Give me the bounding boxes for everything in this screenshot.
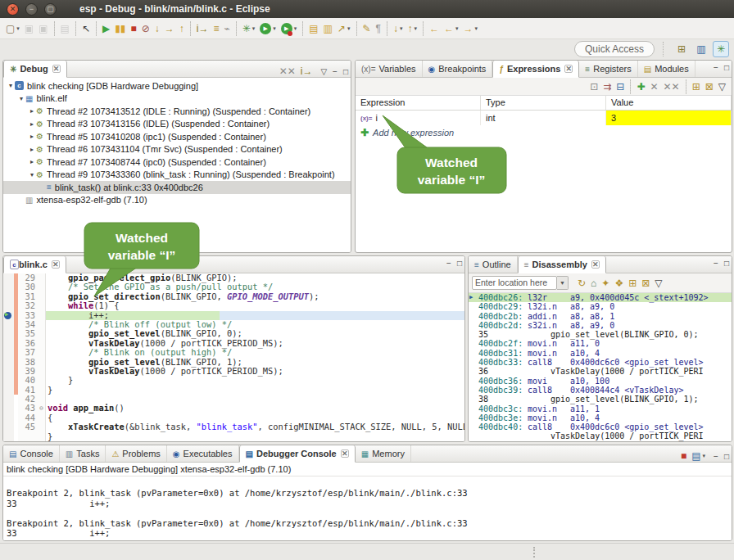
dropdown-arrow-icon[interactable]: ▾ — [347, 25, 351, 32]
next-annotation-button[interactable]: ↓▾ — [392, 20, 405, 37]
show-whitespace-button[interactable]: ¶ — [374, 20, 383, 37]
use-step-filters-button[interactable]: ⌁ — [222, 20, 231, 37]
back-button[interactable]: ←▾ — [442, 20, 460, 37]
open-perspective-button[interactable]: ⊞ — [673, 41, 690, 57]
minimize-view-button[interactable]: − — [714, 259, 718, 268]
tab-close-icon[interactable]: ✕ — [564, 65, 573, 73]
terminate-button[interactable]: ■ — [129, 20, 138, 37]
tab-disassembly[interactable]: ≡Disassembly✕ — [518, 256, 606, 273]
tab-variables[interactable]: (x)=Variables — [356, 61, 423, 77]
window-maximize-button[interactable]: ▢ — [44, 3, 57, 16]
debug-tree-node[interactable]: ▸⚙Thread #3 1073413156 (IDLE) (Suspended… — [3, 118, 351, 131]
dropdown-arrow-icon[interactable]: ▾ — [252, 25, 256, 32]
tree-expander-icon[interactable]: ▾ — [17, 95, 25, 102]
tree-expander-icon[interactable]: ▸ — [28, 107, 36, 115]
debug-tree-node[interactable]: ▸⚙Thread #5 1073410208 (ipc1) (Suspended… — [3, 130, 351, 143]
tab-problems[interactable]: ⚠Problems — [106, 445, 166, 462]
code-text[interactable]: vTaskDelay(1000 / portTICK_PERIOD_MS); — [46, 367, 464, 376]
code-text[interactable]: } — [46, 386, 464, 395]
annotation-ruler[interactable] — [3, 367, 14, 376]
previous-annotation-button[interactable]: ↑▾ — [406, 20, 419, 37]
dropdown-arrow-icon[interactable]: ▾ — [415, 25, 418, 32]
skip-all-breakpoints-button[interactable]: ↖ — [80, 20, 92, 37]
dropdown-arrow-icon[interactable]: ▾ — [273, 25, 276, 32]
tab-close-icon[interactable]: ✕ — [341, 449, 349, 458]
tree-expander-icon[interactable]: ▸ — [28, 133, 36, 140]
code-line[interactable]: 40 } — [3, 376, 464, 385]
disassembly-instruction-line[interactable]: 400dbc39:call80x400844c4 <vTaskDelay> — [469, 386, 732, 395]
disassembly-listing[interactable]: ▶400dbc26:l32ra9, 0x400d045c <_stext+109… — [469, 293, 732, 441]
remove-expression-button[interactable]: ✕ — [648, 79, 659, 95]
tab-breakpoints[interactable]: ◉Breakpoints — [423, 61, 493, 77]
annotation-ruler[interactable] — [3, 348, 14, 357]
profile-button[interactable]: ▶▾ — [279, 20, 299, 37]
code-editor[interactable]: 29 gpio_pad_select_gpio(BLINK_GPIO);30 /… — [3, 273, 464, 441]
maximize-view-button[interactable]: □ — [724, 259, 729, 268]
suspend-button[interactable]: ▮▮ — [113, 20, 127, 37]
expression-value-cell[interactable]: 3 — [606, 111, 732, 125]
code-line[interactable]: 43⊖void app_main() — [3, 404, 464, 413]
disassembly-instruction-line[interactable]: 400dbc2b:addi.na8, a8, 1 — [469, 312, 732, 321]
debug-tree-node[interactable]: ▸⚙Thread #2 1073413512 (IDLE : Running) … — [3, 105, 351, 118]
new-expressions-view-button[interactable]: ⊞ — [691, 79, 702, 95]
debug-tree-node[interactable]: ▾▦blink.elf — [3, 93, 351, 106]
open-new-view-button[interactable]: ⊠ — [704, 79, 715, 95]
maximize-view-button[interactable]: □ — [457, 259, 462, 268]
disassembly-instruction-line[interactable]: 400dbc33:call80x400dc6c0 <gpio_set_level… — [469, 358, 732, 367]
view-menu-button[interactable]: ▽ — [320, 67, 327, 76]
forward-button[interactable]: →▾ — [462, 20, 480, 37]
save-all-button[interactable]: ▣ — [37, 20, 49, 37]
resume-button[interactable]: ▶ — [101, 20, 111, 37]
last-edit-location-button[interactable]: ← — [428, 20, 441, 37]
remove-all-terminated-button[interactable]: ✕✕ — [278, 63, 297, 79]
annotation-ruler[interactable] — [3, 292, 14, 301]
annotation-ruler[interactable] — [3, 273, 14, 282]
annotation-ruler[interactable] — [3, 386, 14, 395]
line-number[interactable]: 37 — [18, 348, 38, 357]
location-input[interactable]: Enter location here — [472, 276, 557, 290]
minimize-view-button[interactable]: − — [446, 259, 451, 268]
mark-occurrences-button[interactable]: ✎ — [361, 20, 373, 37]
tab-close-icon[interactable]: ✕ — [52, 65, 61, 73]
tab-memory[interactable]: ▦Memory — [356, 445, 411, 462]
disassembly-instruction-line[interactable]: 400dbc3e:movi.na10, 4 — [469, 413, 732, 422]
minimize-view-button[interactable]: − — [714, 63, 718, 72]
annotation-ruler[interactable] — [3, 404, 14, 413]
dropdown-arrow-icon[interactable]: ▾ — [294, 25, 297, 32]
annotation-ruler[interactable] — [3, 329, 14, 338]
tree-expander-icon[interactable]: ▸ — [28, 120, 36, 128]
tree-expander-icon[interactable]: ▸ — [28, 158, 36, 165]
dropdown-arrow-icon[interactable]: ▾ — [703, 453, 706, 459]
run-button[interactable]: ▶▾ — [258, 20, 278, 37]
code-text[interactable]: xTaskCreate(&blink_task, "blink_task", c… — [46, 422, 464, 431]
disassembly-instruction-line[interactable]: 400dbc40:call80x400dc6c0 <gpio_set_level… — [469, 422, 732, 431]
tree-expander-icon[interactable]: ▸ — [28, 146, 36, 153]
disassembly-instruction-line[interactable]: 400dbc2f:movi.na11, 0 — [469, 339, 732, 348]
disassembly-menu-button[interactable]: ▽ — [653, 275, 664, 291]
view-menu-button[interactable]: ▽ — [717, 79, 727, 95]
tab-modules[interactable]: ▤Modules — [638, 61, 695, 77]
sync-context-icon[interactable]: ❖ — [613, 275, 625, 291]
annotation-ruler[interactable] — [3, 358, 14, 367]
code-line[interactable]: 45 xTaskCreate(&blink_task, "blink_task"… — [3, 422, 464, 431]
line-number[interactable]: 40 — [18, 376, 38, 385]
disconnect-button[interactable]: ⊘ — [140, 20, 152, 37]
pin-view-icon[interactable]: ⊠ — [640, 275, 651, 291]
breakpoint-marker[interactable] — [3, 311, 14, 320]
annotation-ruler[interactable] — [3, 395, 14, 404]
disassembly-instruction-line[interactable]: 400dbc2d:s32i.na8, a9, 0 — [469, 321, 732, 330]
debug-button[interactable]: ✳▾ — [241, 20, 257, 37]
disassembly-source-line[interactable]: 35gpio_set_level(BLINK_GPIO, 0); — [469, 330, 732, 339]
tab-console[interactable]: ▤Console — [3, 445, 60, 462]
disassembly-instruction-line[interactable]: 400dbc36:movia10, 100 — [469, 377, 732, 386]
dropdown-arrow-icon[interactable]: ▾ — [400, 25, 403, 32]
console-output[interactable]: Breakpoint 2, blink_task (pvParameter=0x… — [3, 476, 732, 540]
show-debug-sources-button[interactable]: ≡ — [211, 20, 220, 37]
disassembly-instruction-line[interactable]: 400dbc3c:movi.na11, 1 — [469, 404, 732, 413]
show-type-names-button[interactable]: ⊡ — [588, 79, 600, 95]
remove-all-expressions-button[interactable]: ✕✕ — [662, 79, 682, 95]
debug-tree-node[interactable]: ▾⚙Thread #9 1073433360 (blink_task : Run… — [3, 169, 351, 182]
tab-close-icon[interactable]: ✕ — [52, 260, 60, 269]
window-minimize-button[interactable]: − — [25, 3, 38, 16]
debug-perspective-button[interactable]: ✳ — [713, 41, 729, 57]
